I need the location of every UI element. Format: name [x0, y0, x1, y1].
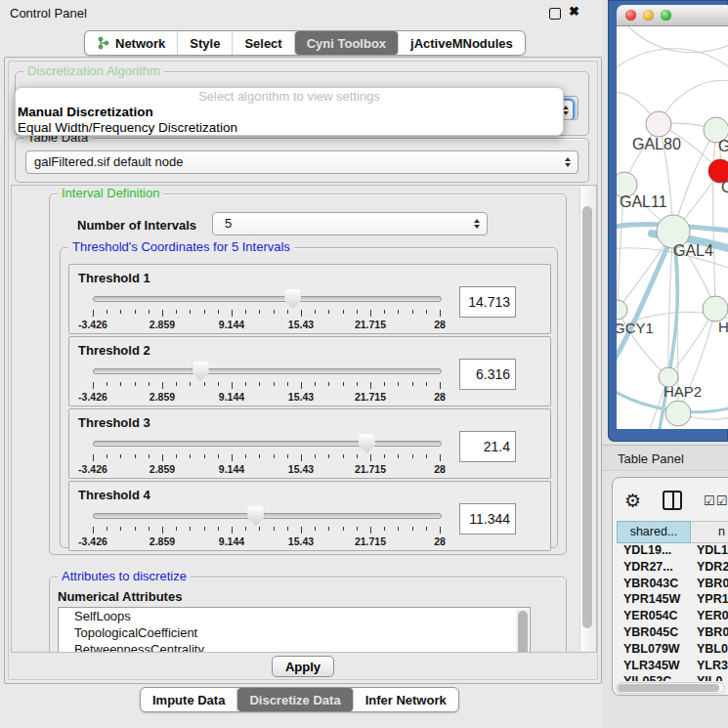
tick-mark: [176, 382, 177, 386]
network-node-gal80[interactable]: [646, 111, 671, 137]
slider-handle[interactable]: [284, 289, 301, 309]
dropdown-option-equal-width-frequency[interactable]: Equal Width/Frequency Discretization: [16, 120, 563, 136]
tab-infer-network[interactable]: Infer Network: [354, 688, 458, 711]
spinner-arrows-icon: [474, 219, 480, 229]
tab-style[interactable]: Style: [178, 31, 233, 55]
tick-mark: [107, 310, 107, 314]
scrollbar-thumb[interactable]: [582, 206, 592, 628]
scrollbar-thumb[interactable]: [518, 611, 528, 653]
close-button[interactable]: [625, 10, 636, 21]
float-window-icon[interactable]: [549, 8, 561, 20]
numerical-attributes-list[interactable]: SelfLoopsTopologicalCoefficientBetweenne…: [58, 607, 531, 653]
tick-mark: [301, 454, 302, 461]
column-header-name[interactable]: n: [691, 521, 728, 543]
tick-mark: [301, 382, 302, 389]
tab-discretize-data[interactable]: Discretize Data: [237, 688, 353, 711]
dropdown-option-manual-discretization[interactable]: Manual Discretization: [16, 105, 563, 120]
tick-mark: [370, 454, 371, 461]
tick-label: 15.43: [288, 535, 314, 547]
tick-mark: [162, 527, 163, 534]
threshold-value-field[interactable]: 11.344: [459, 503, 516, 535]
columns-icon[interactable]: [663, 491, 682, 510]
number-of-intervals-combobox[interactable]: 5: [212, 212, 488, 236]
slider-track[interactable]: [93, 296, 442, 302]
gear-icon[interactable]: ⚙: [624, 492, 641, 510]
slider-track[interactable]: [93, 513, 442, 519]
tab-label: Style: [190, 36, 220, 51]
network-node[interactable]: [665, 401, 691, 426]
tick-mark: [245, 382, 246, 386]
tab-jactivemnodules[interactable]: jActiveMNodules: [399, 31, 525, 55]
spinner-arrows-icon: [565, 157, 571, 167]
tick-mark: [384, 310, 385, 314]
threshold-slider: -3.4262.8599.14415.4321.71528: [93, 361, 440, 406]
network-graph[interactable]: GAL80GACGAL11GAL4GCY1HHAP2: [617, 26, 728, 429]
tick-label: -3.426: [78, 535, 107, 547]
table-row[interactable]: YBL079WYBL0: [617, 642, 728, 659]
table-row[interactable]: YDL19...YDL1: [617, 543, 728, 560]
cell-shared-name: YLR345W: [617, 659, 691, 675]
table-row[interactable]: YBR043CYBR0: [617, 577, 728, 593]
table-data-value: galFiltered.sif default node: [34, 154, 183, 169]
panel-title: Control Panel: [10, 6, 87, 21]
slider-track[interactable]: [93, 368, 442, 374]
threshold-value-field[interactable]: 6.316: [459, 359, 516, 390]
table-header-row: shared... n: [617, 521, 728, 543]
cell-name: YBR0: [691, 625, 728, 642]
slider-handle[interactable]: [359, 434, 375, 453]
tick-mark: [287, 310, 288, 314]
tick-label: 21.715: [355, 391, 386, 403]
list-item-betweennesscentrality[interactable]: BetweennessCentrality: [59, 641, 530, 653]
tick-label: 28: [434, 463, 446, 475]
vertical-scrollbar[interactable]: [579, 187, 595, 651]
tab-impute-data[interactable]: Impute Data: [141, 688, 237, 711]
tab-cyni-toolbox[interactable]: Cyni Toolbox: [295, 31, 399, 55]
threshold-value-field[interactable]: 14.713: [459, 286, 516, 318]
scrollbar-thumb[interactable]: [618, 684, 719, 692]
network-canvas[interactable]: GAL80GACGAL11GAL4GCY1HHAP2: [617, 26, 728, 429]
minimize-button[interactable]: [643, 10, 654, 21]
horizontal-scrollbar[interactable]: [616, 682, 725, 694]
slider-handle[interactable]: [247, 506, 264, 526]
table-data-combobox[interactable]: galFiltered.sif default node: [25, 150, 578, 174]
tab-select[interactable]: Select: [233, 31, 294, 55]
cell-name: YDL1: [691, 543, 728, 560]
threshold-value-field[interactable]: 21.4: [459, 431, 516, 462]
list-item-topologicalcoefficient[interactable]: TopologicalCoefficient: [59, 624, 530, 641]
network-window-titlebar[interactable]: [617, 5, 728, 26]
zoom-button[interactable]: [661, 10, 671, 21]
top-tab-bar: NetworkStyleSelectCyni ToolboxjActiveMNo…: [84, 30, 526, 56]
tick-mark: [426, 310, 427, 314]
tick-label: 28: [434, 319, 446, 330]
tick-label: 15.43: [288, 319, 314, 330]
tab-network[interactable]: Network: [85, 31, 178, 55]
cell-shared-name: YBR043C: [617, 577, 691, 593]
table-row[interactable]: YPR145WYPR1: [617, 592, 728, 609]
threshold-panel-4: Threshold 4-3.4262.8599.14415.4321.71528…: [68, 481, 551, 551]
threshold-label: Threshold 3: [78, 415, 150, 430]
table-row[interactable]: YDR27...YDR2: [617, 560, 728, 577]
list-item-selfloops[interactable]: SelfLoops: [59, 608, 530, 624]
tick-mark: [93, 454, 94, 461]
tick-mark: [426, 454, 427, 458]
network-node-gcy1[interactable]: [617, 300, 627, 320]
table-data-group: Table Data galFiltered.sif default node: [15, 138, 589, 183]
tab-label: jActiveMNodules: [410, 36, 513, 51]
tick-mark: [135, 454, 136, 458]
apply-button[interactable]: Apply: [272, 656, 334, 677]
tick-mark: [398, 527, 399, 531]
slider-track[interactable]: [93, 441, 442, 447]
column-header-shared-name[interactable]: shared...: [617, 521, 691, 543]
close-icon[interactable]: ✖: [569, 4, 579, 19]
tick-mark: [274, 310, 275, 314]
list-scrollbar[interactable]: [516, 609, 529, 653]
select-columns-checkboxes-icon[interactable]: ☑☑: [704, 493, 728, 508]
table-row[interactable]: YBR045CYBR0: [617, 625, 728, 642]
table-row[interactable]: YER054CYER0: [617, 609, 728, 625]
table-row[interactable]: YLR345WYLR3: [617, 659, 728, 675]
tick-mark: [343, 527, 344, 531]
tick-labels: -3.4262.8599.14415.4321.71528: [93, 319, 440, 330]
slider-handle[interactable]: [193, 362, 209, 381]
tick-mark: [357, 310, 358, 314]
table-row[interactable]: YIL052CYIL0: [617, 674, 728, 681]
